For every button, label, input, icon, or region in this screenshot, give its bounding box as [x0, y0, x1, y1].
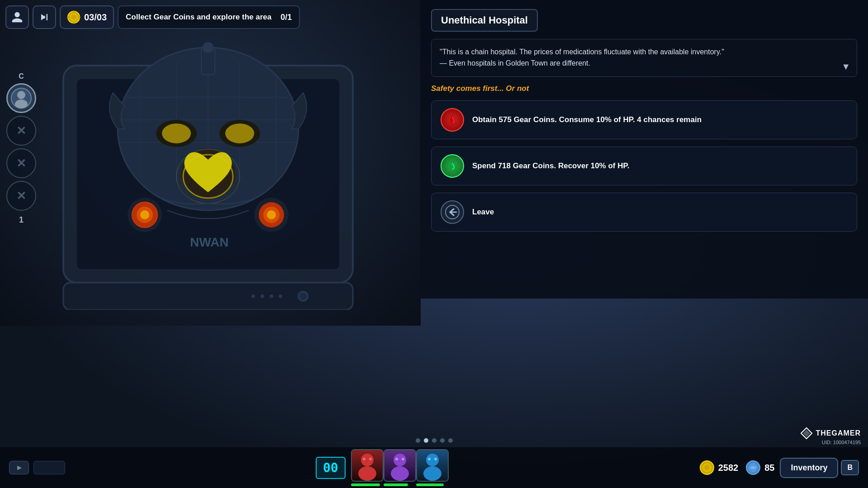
dot-5	[448, 438, 453, 443]
obtain-icon	[441, 108, 464, 132]
svg-point-36	[299, 293, 307, 300]
svg-point-51	[369, 458, 372, 460]
svg-point-12	[203, 42, 213, 53]
b-key-button[interactable]: B	[841, 460, 859, 475]
gear-coin-icon	[67, 10, 81, 24]
back-arrow-icon	[445, 204, 460, 220]
svg-rect-40	[73, 11, 75, 13]
hp-bar-3	[416, 483, 449, 486]
obtain-action-button[interactable]: Obtain 575 Gear Coins. Consume 10% of HP…	[431, 100, 857, 139]
svg-point-52	[394, 454, 406, 466]
svg-point-24	[140, 210, 149, 219]
dot-3	[432, 438, 436, 443]
profile-icon	[11, 11, 24, 24]
gear-coins-currency: 2582	[699, 460, 739, 475]
scene-pagination	[416, 438, 453, 443]
heal-drop-icon	[446, 160, 459, 172]
dot-1	[416, 438, 420, 443]
svg-point-32	[261, 294, 264, 298]
game-scene: NWAN	[0, 0, 421, 326]
dot-2	[424, 438, 428, 443]
quest-text: Collect Gear Coins and explore the area	[126, 13, 271, 22]
x-mark-2: ✕	[16, 156, 26, 171]
portrait-1[interactable]	[351, 449, 384, 482]
skip-button[interactable]	[33, 5, 56, 29]
skip-icon	[38, 11, 51, 24]
gear-coin-currency-icon	[699, 460, 715, 475]
svg-point-57	[423, 466, 441, 481]
svg-rect-42	[67, 16, 70, 18]
char-slot-3[interactable]: ✕	[6, 148, 36, 178]
description-box: "This is a chain hospital. The prices of…	[431, 39, 857, 77]
svg-point-50	[363, 458, 365, 460]
blue-coin-currency-icon	[745, 460, 761, 475]
empty-slot-btn	[33, 461, 65, 474]
leave-action-button[interactable]: Leave	[431, 193, 857, 232]
svg-point-55	[402, 458, 404, 460]
x-mark-1: ✕	[16, 124, 26, 138]
svg-rect-43	[78, 16, 80, 18]
svg-point-59	[434, 458, 437, 460]
bottom-hud: ▶ 00	[0, 447, 868, 488]
gear-coins-value: 2582	[718, 463, 739, 473]
svg-point-33	[270, 294, 273, 298]
coin-count-display: 03/03	[84, 12, 107, 23]
quest-panel: Collect Gear Coins and explore the area …	[118, 5, 300, 29]
char-slot-4[interactable]: ✕	[6, 181, 36, 211]
top-hud: 03/03 Collect Gear Coins and explore the…	[5, 5, 300, 29]
blood-drop-icon	[446, 114, 459, 126]
svg-point-54	[395, 458, 398, 460]
inventory-button[interactable]: Inventory	[780, 458, 838, 478]
svg-point-45	[17, 91, 25, 99]
speed-number: 00	[316, 457, 346, 479]
svg-point-34	[279, 294, 282, 298]
right-panel: Unethical Hospital "This is a chain hosp…	[420, 0, 868, 298]
start-button[interactable]: ▶	[9, 461, 29, 474]
svg-point-16	[225, 123, 254, 143]
start-label: ▶	[17, 464, 21, 471]
currency-area: 2582 85	[699, 460, 775, 475]
svg-point-46	[15, 99, 28, 109]
svg-point-48	[361, 454, 374, 466]
flavor-text: Safety comes first... Or not	[431, 84, 857, 93]
description-text: "This is a chain hospital. The prices of…	[440, 47, 849, 69]
portrait-2[interactable]	[384, 449, 416, 482]
profile-button[interactable]	[5, 5, 29, 29]
hp-bar-1	[351, 483, 384, 486]
spend-action-text: Spend 718 Gear Coins. Recover 10% of HP.	[472, 161, 629, 171]
watermark: THEGAMER UID: 1000474195	[800, 427, 861, 445]
watermark-logo: THEGAMER	[816, 429, 861, 437]
svg-point-53	[391, 466, 409, 481]
svg-rect-30	[63, 283, 353, 310]
svg-point-15	[162, 123, 191, 143]
spend-action-button[interactable]: Spend 718 Gear Coins. Recover 10% of HP.	[431, 147, 857, 185]
character-icon	[10, 87, 33, 109]
char-slot-2[interactable]: ✕	[6, 116, 36, 146]
blue-coins-value: 85	[764, 463, 774, 473]
svg-point-39	[71, 14, 76, 19]
bottom-left-controls: ▶	[9, 461, 65, 474]
svg-point-56	[426, 454, 439, 466]
left-panel: C ✕ ✕ ✕ 1	[6, 72, 36, 225]
obtain-action-text: Obtain 575 Gear Coins. Consume 10% of HP…	[472, 115, 702, 124]
svg-text:NWAN: NWAN	[190, 235, 229, 249]
hp-bar-2	[384, 483, 416, 486]
scroll-down-icon: ▼	[841, 62, 850, 72]
robot-visual: NWAN	[23, 27, 394, 321]
svg-point-62	[704, 465, 710, 470]
portraits-bar: 00	[74, 449, 690, 486]
watermark-uid: UID: 1000474195	[822, 440, 861, 445]
gear-coins-display: 03/03	[60, 5, 114, 29]
svg-point-58	[428, 458, 431, 460]
quest-progress: 0/1	[280, 13, 292, 22]
leave-icon	[441, 200, 464, 224]
spend-icon	[441, 154, 464, 178]
svg-point-28	[267, 210, 276, 219]
character-avatar[interactable]	[6, 83, 36, 113]
portrait-p1-art	[352, 450, 383, 481]
svg-point-49	[358, 466, 376, 481]
portrait-3[interactable]	[416, 449, 449, 482]
thegamer-logo-icon	[800, 427, 813, 440]
x-mark-3: ✕	[16, 189, 26, 203]
flavor-text-content: Safety comes first... Or not	[431, 84, 529, 93]
